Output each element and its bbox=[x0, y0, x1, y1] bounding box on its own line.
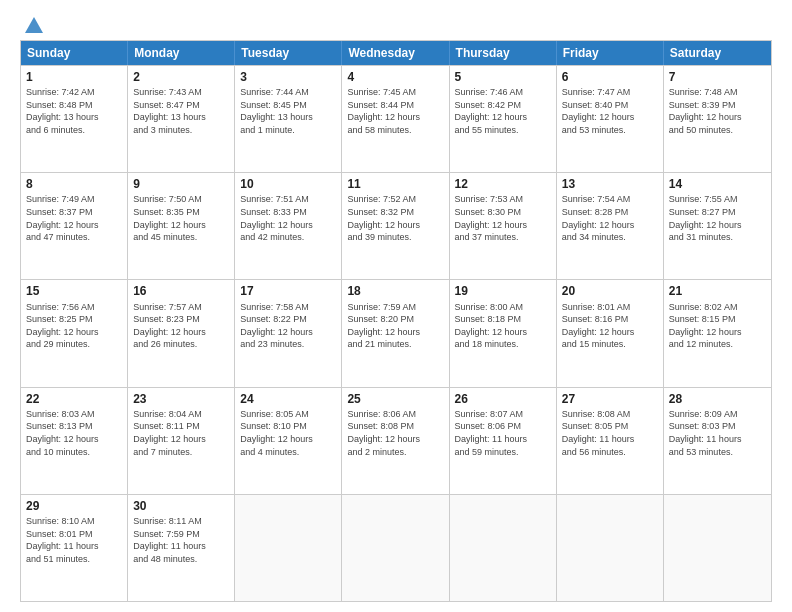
day-info: Sunrise: 8:07 AM Sunset: 8:06 PM Dayligh… bbox=[455, 408, 551, 458]
day-info: Sunrise: 7:58 AM Sunset: 8:22 PM Dayligh… bbox=[240, 301, 336, 351]
calendar-cell: 4Sunrise: 7:45 AM Sunset: 8:44 PM Daylig… bbox=[342, 66, 449, 172]
day-info: Sunrise: 8:04 AM Sunset: 8:11 PM Dayligh… bbox=[133, 408, 229, 458]
calendar-cell: 8Sunrise: 7:49 AM Sunset: 8:37 PM Daylig… bbox=[21, 173, 128, 279]
day-number: 20 bbox=[562, 283, 658, 299]
day-number: 23 bbox=[133, 391, 229, 407]
calendar-header-cell: Thursday bbox=[450, 41, 557, 65]
calendar-cell: 29Sunrise: 8:10 AM Sunset: 8:01 PM Dayli… bbox=[21, 495, 128, 601]
day-info: Sunrise: 7:49 AM Sunset: 8:37 PM Dayligh… bbox=[26, 193, 122, 243]
calendar-header-cell: Monday bbox=[128, 41, 235, 65]
calendar-cell bbox=[342, 495, 449, 601]
logo bbox=[20, 16, 43, 34]
day-number: 21 bbox=[669, 283, 766, 299]
calendar-cell: 19Sunrise: 8:00 AM Sunset: 8:18 PM Dayli… bbox=[450, 280, 557, 386]
calendar-cell: 23Sunrise: 8:04 AM Sunset: 8:11 PM Dayli… bbox=[128, 388, 235, 494]
day-number: 26 bbox=[455, 391, 551, 407]
calendar-cell: 28Sunrise: 8:09 AM Sunset: 8:03 PM Dayli… bbox=[664, 388, 771, 494]
day-number: 14 bbox=[669, 176, 766, 192]
calendar-row: 1Sunrise: 7:42 AM Sunset: 8:48 PM Daylig… bbox=[21, 65, 771, 172]
day-info: Sunrise: 8:05 AM Sunset: 8:10 PM Dayligh… bbox=[240, 408, 336, 458]
calendar-cell: 13Sunrise: 7:54 AM Sunset: 8:28 PM Dayli… bbox=[557, 173, 664, 279]
calendar-cell: 2Sunrise: 7:43 AM Sunset: 8:47 PM Daylig… bbox=[128, 66, 235, 172]
day-info: Sunrise: 8:10 AM Sunset: 8:01 PM Dayligh… bbox=[26, 515, 122, 565]
day-number: 27 bbox=[562, 391, 658, 407]
day-info: Sunrise: 7:46 AM Sunset: 8:42 PM Dayligh… bbox=[455, 86, 551, 136]
day-number: 5 bbox=[455, 69, 551, 85]
calendar-cell: 16Sunrise: 7:57 AM Sunset: 8:23 PM Dayli… bbox=[128, 280, 235, 386]
calendar-row: 29Sunrise: 8:10 AM Sunset: 8:01 PM Dayli… bbox=[21, 494, 771, 601]
calendar-cell: 25Sunrise: 8:06 AM Sunset: 8:08 PM Dayli… bbox=[342, 388, 449, 494]
day-number: 25 bbox=[347, 391, 443, 407]
day-number: 4 bbox=[347, 69, 443, 85]
day-info: Sunrise: 7:59 AM Sunset: 8:20 PM Dayligh… bbox=[347, 301, 443, 351]
day-number: 16 bbox=[133, 283, 229, 299]
calendar-cell: 10Sunrise: 7:51 AM Sunset: 8:33 PM Dayli… bbox=[235, 173, 342, 279]
day-info: Sunrise: 8:08 AM Sunset: 8:05 PM Dayligh… bbox=[562, 408, 658, 458]
day-info: Sunrise: 8:06 AM Sunset: 8:08 PM Dayligh… bbox=[347, 408, 443, 458]
calendar-cell: 26Sunrise: 8:07 AM Sunset: 8:06 PM Dayli… bbox=[450, 388, 557, 494]
day-info: Sunrise: 8:01 AM Sunset: 8:16 PM Dayligh… bbox=[562, 301, 658, 351]
calendar-cell: 22Sunrise: 8:03 AM Sunset: 8:13 PM Dayli… bbox=[21, 388, 128, 494]
calendar-cell: 14Sunrise: 7:55 AM Sunset: 8:27 PM Dayli… bbox=[664, 173, 771, 279]
calendar-cell: 9Sunrise: 7:50 AM Sunset: 8:35 PM Daylig… bbox=[128, 173, 235, 279]
day-number: 10 bbox=[240, 176, 336, 192]
calendar-cell: 27Sunrise: 8:08 AM Sunset: 8:05 PM Dayli… bbox=[557, 388, 664, 494]
calendar-header-cell: Wednesday bbox=[342, 41, 449, 65]
day-number: 15 bbox=[26, 283, 122, 299]
calendar-cell: 21Sunrise: 8:02 AM Sunset: 8:15 PM Dayli… bbox=[664, 280, 771, 386]
calendar-row: 22Sunrise: 8:03 AM Sunset: 8:13 PM Dayli… bbox=[21, 387, 771, 494]
day-info: Sunrise: 7:53 AM Sunset: 8:30 PM Dayligh… bbox=[455, 193, 551, 243]
calendar-cell: 6Sunrise: 7:47 AM Sunset: 8:40 PM Daylig… bbox=[557, 66, 664, 172]
calendar-cell: 5Sunrise: 7:46 AM Sunset: 8:42 PM Daylig… bbox=[450, 66, 557, 172]
calendar-cell bbox=[450, 495, 557, 601]
day-number: 9 bbox=[133, 176, 229, 192]
calendar-cell: 3Sunrise: 7:44 AM Sunset: 8:45 PM Daylig… bbox=[235, 66, 342, 172]
calendar-cell bbox=[235, 495, 342, 601]
calendar-cell: 11Sunrise: 7:52 AM Sunset: 8:32 PM Dayli… bbox=[342, 173, 449, 279]
day-number: 19 bbox=[455, 283, 551, 299]
calendar-cell: 1Sunrise: 7:42 AM Sunset: 8:48 PM Daylig… bbox=[21, 66, 128, 172]
calendar-cell: 30Sunrise: 8:11 AM Sunset: 7:59 PM Dayli… bbox=[128, 495, 235, 601]
day-number: 24 bbox=[240, 391, 336, 407]
day-number: 22 bbox=[26, 391, 122, 407]
day-number: 1 bbox=[26, 69, 122, 85]
day-number: 12 bbox=[455, 176, 551, 192]
day-number: 2 bbox=[133, 69, 229, 85]
day-info: Sunrise: 7:48 AM Sunset: 8:39 PM Dayligh… bbox=[669, 86, 766, 136]
day-info: Sunrise: 7:44 AM Sunset: 8:45 PM Dayligh… bbox=[240, 86, 336, 136]
header bbox=[20, 16, 772, 34]
calendar-row: 15Sunrise: 7:56 AM Sunset: 8:25 PM Dayli… bbox=[21, 279, 771, 386]
day-number: 28 bbox=[669, 391, 766, 407]
calendar-cell bbox=[664, 495, 771, 601]
day-number: 30 bbox=[133, 498, 229, 514]
logo-icon bbox=[25, 16, 43, 34]
day-info: Sunrise: 7:51 AM Sunset: 8:33 PM Dayligh… bbox=[240, 193, 336, 243]
calendar-cell: 24Sunrise: 8:05 AM Sunset: 8:10 PM Dayli… bbox=[235, 388, 342, 494]
calendar-header-cell: Friday bbox=[557, 41, 664, 65]
day-number: 7 bbox=[669, 69, 766, 85]
calendar-cell: 15Sunrise: 7:56 AM Sunset: 8:25 PM Dayli… bbox=[21, 280, 128, 386]
day-info: Sunrise: 8:11 AM Sunset: 7:59 PM Dayligh… bbox=[133, 515, 229, 565]
day-info: Sunrise: 7:54 AM Sunset: 8:28 PM Dayligh… bbox=[562, 193, 658, 243]
day-number: 18 bbox=[347, 283, 443, 299]
calendar-header-cell: Saturday bbox=[664, 41, 771, 65]
day-info: Sunrise: 7:57 AM Sunset: 8:23 PM Dayligh… bbox=[133, 301, 229, 351]
day-info: Sunrise: 8:00 AM Sunset: 8:18 PM Dayligh… bbox=[455, 301, 551, 351]
day-info: Sunrise: 8:09 AM Sunset: 8:03 PM Dayligh… bbox=[669, 408, 766, 458]
calendar-header-cell: Sunday bbox=[21, 41, 128, 65]
day-number: 11 bbox=[347, 176, 443, 192]
calendar-cell: 18Sunrise: 7:59 AM Sunset: 8:20 PM Dayli… bbox=[342, 280, 449, 386]
day-info: Sunrise: 7:50 AM Sunset: 8:35 PM Dayligh… bbox=[133, 193, 229, 243]
calendar: SundayMondayTuesdayWednesdayThursdayFrid… bbox=[20, 40, 772, 602]
day-number: 29 bbox=[26, 498, 122, 514]
day-info: Sunrise: 7:52 AM Sunset: 8:32 PM Dayligh… bbox=[347, 193, 443, 243]
svg-marker-0 bbox=[25, 17, 43, 33]
calendar-cell bbox=[557, 495, 664, 601]
calendar-header: SundayMondayTuesdayWednesdayThursdayFrid… bbox=[21, 41, 771, 65]
day-number: 3 bbox=[240, 69, 336, 85]
day-number: 6 bbox=[562, 69, 658, 85]
day-info: Sunrise: 7:43 AM Sunset: 8:47 PM Dayligh… bbox=[133, 86, 229, 136]
day-info: Sunrise: 7:42 AM Sunset: 8:48 PM Dayligh… bbox=[26, 86, 122, 136]
day-number: 13 bbox=[562, 176, 658, 192]
day-number: 8 bbox=[26, 176, 122, 192]
